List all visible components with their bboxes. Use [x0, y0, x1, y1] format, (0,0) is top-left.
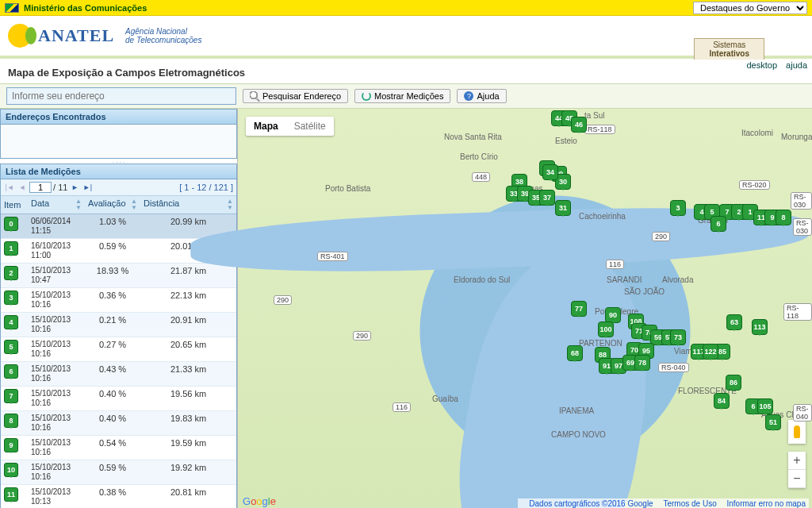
map-marker[interactable]: 68	[567, 345, 583, 361]
map-place-label: Nova Santa Rita	[444, 133, 502, 141]
link-desktop[interactable]: desktop	[746, 60, 777, 70]
pager-range: [ 1 - 12 / 121 ]	[179, 183, 233, 192]
table-row[interactable]: 915/10/201310:160.54 %19.59 km	[1, 436, 236, 460]
pager-prev-button[interactable]: ◄	[17, 182, 28, 193]
map-place-label: Porto Batista	[325, 184, 370, 193]
road-shield: 290	[274, 295, 292, 305]
map-pane[interactable]: Mapa Satélite Google Dados cartográficos…	[238, 109, 812, 508]
col-data[interactable]: Data▲▼	[28, 196, 85, 214]
table-row[interactable]: 1015/10/201310:160.59 %19.92 km	[1, 460, 236, 485]
map-marker[interactable]: 31	[555, 200, 571, 216]
table-row[interactable]: 006/06/201411:151.03 %20.99 km	[1, 214, 236, 239]
map-marker[interactable]: 6	[710, 216, 726, 232]
row-date: 15/10/201310:13	[28, 485, 85, 509]
map-place-label: CAMPO NOVO	[551, 430, 606, 439]
map-marker[interactable]: 3	[670, 200, 686, 216]
row-marker-icon: 6	[4, 364, 18, 379]
road-shield: 116	[606, 260, 624, 269]
col-distancia[interactable]: Distância▲▼	[140, 196, 236, 214]
pager-next-button[interactable]: ►	[69, 182, 80, 193]
link-ajuda[interactable]: ajuda	[786, 60, 807, 70]
map-type-control: Mapa Satélite	[246, 117, 334, 136]
road-shield: RS-030	[793, 218, 812, 236]
row-date: 15/10/201310:16	[28, 411, 85, 436]
row-distancia: 20.65 km	[140, 337, 236, 362]
map-marker[interactable]: 90	[605, 307, 621, 323]
gov-bar: Ministério das Comunicações Destaques do…	[0, 0, 812, 16]
panel-enderecos-body[interactable]	[0, 125, 237, 159]
row-avaliacao: 1.03 %	[85, 214, 140, 239]
row-date: 15/10/201310:16	[28, 313, 85, 337]
map-place-label: SÃO JOÃO	[624, 287, 665, 296]
map-type-satellite[interactable]: Satélite	[286, 117, 334, 136]
top-links: desktop ajuda	[740, 60, 807, 70]
row-distancia: 19.92 km	[140, 460, 236, 485]
col-item[interactable]: Item	[1, 196, 28, 214]
table-row[interactable]: 1115/10/201310:130.38 %20.81 km	[1, 485, 236, 509]
left-panel: Endereços Encontrados · · · · Lista de M…	[0, 109, 238, 508]
streetview-pegman[interactable]	[788, 420, 806, 444]
map-terms-link[interactable]: Termos de Uso	[663, 499, 716, 508]
pager-page-input[interactable]	[29, 182, 52, 193]
map-place-label: ta Sul	[584, 111, 605, 120]
row-date: 15/10/201310:16	[28, 387, 85, 411]
zoom-out-button[interactable]: −	[788, 470, 806, 488]
map-marker[interactable]: 51	[765, 414, 781, 430]
row-avaliacao: 0.21 %	[85, 313, 140, 337]
table-row[interactable]: 715/10/201310:160.40 %19.56 km	[1, 387, 236, 411]
map-marker[interactable]: 77	[571, 301, 587, 317]
help-icon: ?	[464, 91, 473, 101]
map-place-label: Esteio	[555, 137, 577, 145]
map-marker[interactable]: 34	[542, 164, 558, 180]
row-distancia: 20.81 km	[140, 485, 236, 509]
zoom-in-button[interactable]: +	[788, 452, 806, 470]
road-shield: 290	[652, 232, 670, 241]
map-marker[interactable]: 113	[752, 319, 768, 335]
pager-last-button[interactable]: ►|	[82, 182, 93, 193]
map-marker[interactable]: 63	[726, 314, 742, 330]
map-marker[interactable]: 46	[571, 117, 587, 133]
logo[interactable]: ANATEL Agência Nacionalde Telecomunicaçõ…	[8, 24, 201, 48]
map-marker[interactable]: 78	[634, 355, 650, 371]
map-marker[interactable]: 8	[776, 210, 791, 225]
address-input[interactable]	[6, 87, 236, 105]
row-marker-icon: 0	[4, 217, 18, 231]
row-distancia: 21.87 km	[140, 264, 236, 288]
table-row[interactable]: 815/10/201310:160.40 %19.83 km	[1, 411, 236, 436]
table-row[interactable]: 515/10/201310:160.27 %20.65 km	[1, 337, 236, 362]
map-marker[interactable]: 37	[539, 190, 555, 206]
tab-sistemas-interativos[interactable]: SistemasInterativos	[694, 38, 764, 60]
map-place-label: Itacolomi	[741, 129, 773, 137]
map-marker[interactable]: 73	[670, 329, 686, 345]
row-marker-icon: 1	[4, 241, 18, 256]
map-marker[interactable]: 122	[703, 344, 718, 360]
table-row[interactable]: 315/10/201310:160.36 %22.13 km	[1, 288, 236, 313]
row-marker-icon: 11	[4, 487, 18, 502]
map-report-link[interactable]: Informar erro no mapa	[727, 499, 806, 508]
show-measurements-button[interactable]: Mostrar Medições	[354, 89, 450, 103]
row-avaliacao: 0.59 %	[85, 239, 140, 264]
road-shield: 116	[393, 402, 411, 412]
search-address-button[interactable]: Pesquisar Endereço	[243, 89, 348, 103]
gov-highlights-select[interactable]: Destaques do Governo	[693, 2, 807, 14]
search-row: Pesquisar Endereço Mostrar Medições ?Aju…	[0, 83, 812, 109]
table-row[interactable]: 615/10/201310:160.43 %21.33 km	[1, 362, 236, 387]
map-marker[interactable]: 105	[757, 398, 773, 414]
col-avaliacao[interactable]: Avaliação▲▼	[85, 196, 140, 214]
map-marker[interactable]: 100	[598, 321, 614, 337]
help-button[interactable]: ?Ajuda	[457, 89, 506, 103]
road-shield: RS-118	[584, 125, 615, 134]
map-marker[interactable]: 84	[714, 393, 730, 409]
row-marker-icon: 9	[4, 438, 18, 452]
row-marker-icon: 8	[4, 414, 18, 428]
pager-first-button[interactable]: |◄	[4, 182, 15, 193]
table-row[interactable]: 215/10/201310:4718.93 %21.87 km	[1, 264, 236, 288]
map-marker[interactable]: 86	[726, 375, 741, 391]
row-avaliacao: 0.43 %	[85, 362, 140, 387]
pager-total: / 11	[53, 183, 67, 192]
map-place-label: SARANDI	[607, 275, 642, 284]
zoom-control: + −	[788, 452, 806, 488]
map-place-label: Berto Círio	[460, 152, 498, 161]
map-type-map[interactable]: Mapa	[246, 117, 286, 136]
table-row[interactable]: 415/10/201310:160.21 %20.91 km	[1, 313, 236, 337]
